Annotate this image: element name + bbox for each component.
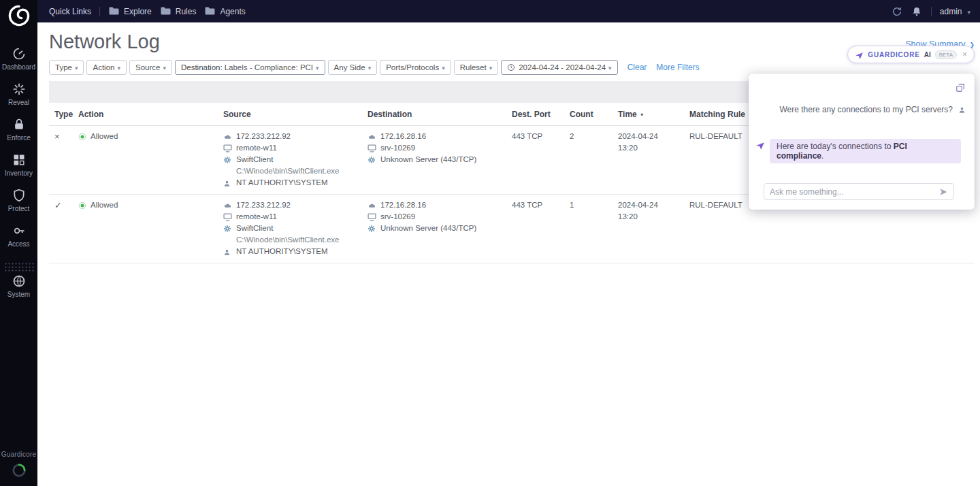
filter-any-side[interactable]: Any Side xyxy=(328,60,378,75)
divider xyxy=(931,7,932,16)
dest-port: 443 TCP xyxy=(512,199,570,211)
filter-action[interactable]: Action xyxy=(86,60,127,75)
action-label: Allowed xyxy=(91,199,118,211)
topbar: Quick Links Explore Rules Agents admin xyxy=(37,0,980,22)
time-clock: 13:20 xyxy=(618,211,689,223)
topbar-link-agents[interactable]: Agents xyxy=(204,6,245,16)
destination-ip: 172.16.28.16 xyxy=(380,131,426,142)
column-header-count[interactable]: Count xyxy=(570,110,618,119)
notifications-bell-icon[interactable] xyxy=(911,6,923,16)
filter-source[interactable]: Source xyxy=(129,60,172,75)
chat-input-container xyxy=(764,183,954,200)
sidebar-item-access[interactable]: Access xyxy=(0,224,37,259)
source-process: SwiftClient xyxy=(236,154,273,165)
sidebar-item-label: Reveal xyxy=(8,99,29,106)
column-header-destination[interactable]: Destination xyxy=(368,110,512,119)
filter-ports-protocols[interactable]: Ports/Protocols xyxy=(380,60,451,75)
column-header-dest-port[interactable]: Dest. Port xyxy=(512,110,570,119)
filter-type[interactable]: Type xyxy=(49,60,84,75)
clear-filters-link[interactable]: Clear xyxy=(627,63,647,72)
quick-links-label: Quick Links xyxy=(49,7,91,16)
sidebar-nav: Dashboard Reveal Enforce Inventory Prote… xyxy=(0,47,37,310)
ai-plane-icon xyxy=(855,50,864,59)
sidebar-item-system[interactable]: System xyxy=(0,274,37,310)
source-host: remote-w11 xyxy=(236,211,277,223)
source-ip: 172.233.212.92 xyxy=(236,199,291,211)
globe-icon xyxy=(12,274,26,288)
source-host: remote-w11 xyxy=(236,142,277,154)
sidebar-item-inventory[interactable]: Inventory xyxy=(0,153,37,189)
column-header-type[interactable]: Type xyxy=(49,110,78,119)
destination-host: srv-10269 xyxy=(380,142,415,154)
divider xyxy=(99,7,100,16)
column-header-time[interactable]: Time xyxy=(618,110,689,119)
chat-user-message-row: Were there any connections to my PCI ser… xyxy=(776,105,966,114)
column-header-source[interactable]: Source xyxy=(223,110,368,119)
sidebar-item-label: Inventory xyxy=(5,169,33,177)
chat-user-message: Were there any connections to my PCI ser… xyxy=(779,105,953,114)
connection-state-icon: ✓ xyxy=(49,199,78,211)
connection-state-icon: × xyxy=(49,131,78,142)
sidebar-item-dashboard[interactable]: Dashboard xyxy=(0,47,37,82)
chat-input[interactable] xyxy=(770,187,934,197)
beta-badge: BETA xyxy=(935,50,957,59)
destination-ip: 172.16.28.16 xyxy=(380,199,426,211)
key-icon xyxy=(12,224,26,238)
user-avatar-icon xyxy=(958,106,966,114)
popout-icon[interactable] xyxy=(956,83,965,93)
inventory-icon xyxy=(12,153,26,167)
sidebar-item-protect[interactable]: Protect xyxy=(0,189,37,224)
sidebar-item-label: Dashboard xyxy=(2,63,35,71)
allowed-status-icon xyxy=(78,133,87,141)
source-user: NT AUTHORITY\SYSTEM xyxy=(236,246,328,257)
guardicore-logo-icon[interactable] xyxy=(7,3,31,28)
spinner-icon xyxy=(12,463,27,481)
sidebar: Dashboard Reveal Enforce Inventory Prote… xyxy=(0,0,37,486)
dashboard-icon xyxy=(12,47,26,61)
sidebar-item-reveal[interactable]: Reveal xyxy=(0,82,37,118)
column-header-action[interactable]: Action xyxy=(78,110,223,119)
chevron-down-icon xyxy=(313,63,319,71)
destination-host: srv-10269 xyxy=(380,211,415,223)
source-process: SwiftClient xyxy=(236,223,273,234)
sidebar-item-enforce[interactable]: Enforce xyxy=(0,118,37,153)
chevron-down-icon xyxy=(160,63,166,71)
monitor-icon xyxy=(223,213,232,221)
process-gear-icon xyxy=(368,156,376,164)
count: 2 xyxy=(570,131,618,142)
destination-process: Unknown Server (443/TCP) xyxy=(380,154,476,165)
sidebar-item-label: Access xyxy=(7,240,29,248)
topbar-link-label: Rules xyxy=(176,7,197,16)
guardicore-ai-widget-button[interactable]: GUARDICORE AI BETA × xyxy=(847,46,975,63)
close-icon[interactable]: × xyxy=(962,50,967,59)
count: 1 xyxy=(570,199,618,211)
folder-icon xyxy=(160,6,172,16)
filter-destination[interactable]: Destination: Labels - Compliance: PCI xyxy=(175,60,325,75)
filter-ruleset[interactable]: Ruleset xyxy=(454,60,499,75)
time-date: 2024-04-24 xyxy=(618,199,689,211)
topbar-link-rules[interactable]: Rules xyxy=(160,6,197,16)
send-icon[interactable] xyxy=(938,187,948,197)
more-filters-link[interactable]: More Filters xyxy=(656,63,699,72)
topbar-link-explore[interactable]: Explore xyxy=(108,6,152,16)
sidebar-item-label: System xyxy=(7,291,30,298)
source-process-path: C:\Winode\bin\SwiftClient.exe xyxy=(236,165,339,177)
monitor-icon xyxy=(368,144,376,152)
topbar-link-label: Agents xyxy=(220,7,245,16)
folder-icon xyxy=(108,6,120,16)
filter-date-range[interactable]: 2024-04-24 - 2024-04-24 xyxy=(501,60,617,75)
cloud-icon xyxy=(368,201,376,210)
chat-ai-message: Here are today's connections to PCI comp… xyxy=(770,139,961,163)
source-process-path: C:\Winode\bin\SwiftClient.exe xyxy=(236,234,339,246)
chevron-down-icon xyxy=(606,63,612,71)
process-gear-icon xyxy=(223,225,232,233)
allowed-status-icon xyxy=(78,201,87,210)
chevron-down-icon xyxy=(487,63,493,71)
ai-brand-label: GUARDICORE xyxy=(868,51,919,59)
shield-icon xyxy=(12,189,26,202)
refresh-icon[interactable] xyxy=(892,6,903,16)
sidebar-item-label: Protect xyxy=(8,205,30,212)
source-ip: 172.233.212.92 xyxy=(236,131,291,142)
user-menu[interactable]: admin xyxy=(940,7,970,16)
filter-bar: Type Action Source Destination: Labels -… xyxy=(37,53,980,75)
